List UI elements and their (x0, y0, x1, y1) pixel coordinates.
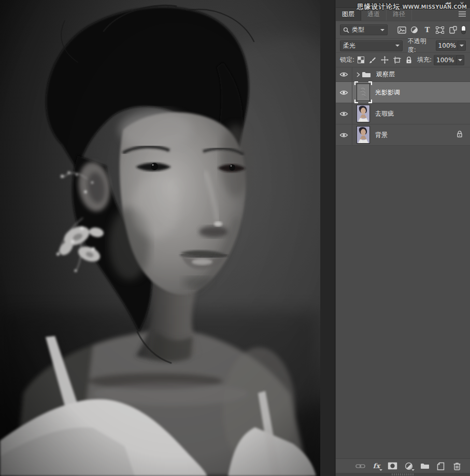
filter-icons: T (397, 25, 466, 35)
layers-panel: ◀◀ × 思缘设计论坛 WWW.MISSYUAN.COM 图层 通道 路径 类型 (335, 0, 470, 476)
selection-corner (354, 81, 358, 85)
lock-label: 锁定: (340, 55, 354, 64)
layer-thumbnail[interactable] (357, 105, 370, 122)
lock-transparency-icon[interactable] (358, 57, 364, 63)
visibility-eye-icon[interactable] (336, 124, 352, 145)
layer-row-background[interactable]: 背景 (336, 124, 470, 146)
layer-name: 观察层 (376, 70, 395, 79)
lock-position-icon[interactable] (381, 56, 389, 64)
fill-dropdown-button[interactable] (457, 55, 464, 65)
filter-shape-layers-icon[interactable] (435, 25, 445, 35)
background-lock-icon (457, 131, 463, 139)
opacity-dropdown-button[interactable] (458, 40, 466, 51)
layer-name: 去瑕疵 (375, 109, 394, 118)
link-layers-icon[interactable] (355, 461, 365, 471)
chevron-down-icon (395, 45, 400, 47)
delete-layer-trash-icon[interactable] (452, 461, 462, 471)
layer-thumbnail[interactable] (357, 126, 370, 144)
filter-type-label: 类型 (352, 25, 364, 34)
folder-icon (362, 71, 371, 78)
portrait-layer-thumbnail (357, 126, 370, 144)
filter-type-select[interactable]: 类型 (340, 24, 388, 35)
layer-style-fx-button[interactable]: fx (372, 461, 381, 471)
collapse-panel-icon[interactable]: ◀◀ (445, 1, 450, 6)
layer-row-group[interactable]: 观察层 (336, 67, 470, 82)
photoshop-workspace: ◀◀ × 思缘设计论坛 WWW.MISSYUAN.COM 图层 通道 路径 类型 (0, 0, 470, 476)
layer-name: 光影影调 (375, 88, 400, 97)
blend-mode-select[interactable]: 柔光 (340, 40, 403, 51)
blend-mode-value: 柔光 (343, 41, 355, 50)
layers-list: 观察层 光影影调 (336, 67, 470, 458)
fill-label: 填充: (417, 55, 432, 64)
canvas-photo (0, 0, 320, 476)
layer-filter-row: 类型 T (336, 21, 470, 39)
portrait-layer-thumbnail (357, 105, 370, 122)
layer-row-selected[interactable]: 光影影调 (336, 82, 470, 103)
new-group-button[interactable] (420, 461, 430, 471)
visibility-eye-icon[interactable] (336, 103, 352, 124)
visibility-eye-icon[interactable] (336, 67, 352, 81)
selection-corner (354, 100, 358, 103)
chevron-down-icon (380, 29, 384, 31)
selection-corner (368, 81, 372, 85)
lock-row: 锁定: 填充: 100% (336, 53, 470, 67)
tab-layers[interactable]: 图层 (336, 8, 361, 21)
filter-pixel-layers-icon[interactable] (397, 25, 406, 35)
pasteboard (320, 0, 335, 476)
chevron-down-icon (460, 45, 464, 47)
filter-toggle-switch[interactable] (461, 25, 466, 34)
panel-menu-icon[interactable] (459, 11, 466, 17)
visibility-eye-icon[interactable] (336, 82, 352, 103)
filter-type-layers-icon[interactable]: T (423, 25, 432, 35)
lock-pixels-brush-icon[interactable] (369, 57, 376, 64)
lock-icons (358, 56, 412, 64)
search-icon (343, 27, 349, 33)
layer-row[interactable]: 去瑕疵 (336, 103, 470, 124)
layer-name: 背景 (375, 131, 388, 139)
lock-all-icon[interactable] (406, 57, 412, 64)
chevron-down-icon (379, 469, 382, 471)
filter-smart-objects-icon[interactable] (448, 25, 458, 35)
group-expand-chevron-icon[interactable] (355, 72, 361, 78)
add-layer-mask-button[interactable] (388, 461, 397, 471)
selection-corner (368, 100, 372, 103)
layer-thumbnail[interactable] (357, 83, 370, 101)
opacity-value-box[interactable]: 100% (436, 40, 458, 51)
panel-resize-grip[interactable] (392, 473, 415, 475)
filter-adjustment-layers-icon[interactable] (410, 25, 419, 35)
new-adjustment-layer-button[interactable] (404, 461, 414, 471)
panel-bottom-edge (336, 473, 470, 476)
chevron-down-icon (458, 59, 462, 61)
panel-tabs: 图层 通道 路径 (336, 8, 470, 21)
lock-artboard-nesting-icon[interactable] (393, 57, 401, 64)
tab-paths[interactable]: 路径 (387, 8, 412, 21)
panel-titlebar: ◀◀ × (336, 0, 470, 8)
close-panel-icon[interactable]: × (460, 0, 464, 7)
tab-channels[interactable]: 通道 (361, 8, 387, 21)
chevron-down-icon (411, 469, 415, 471)
gray-layer-thumbnail (357, 83, 370, 101)
opacity-label: 不透明度: (408, 37, 434, 54)
fill-value-box[interactable]: 100% (434, 55, 457, 65)
new-layer-button[interactable] (436, 461, 446, 471)
layers-panel-footer: fx (336, 458, 470, 473)
blend-mode-row: 柔光 不透明度: 100% (336, 39, 470, 53)
